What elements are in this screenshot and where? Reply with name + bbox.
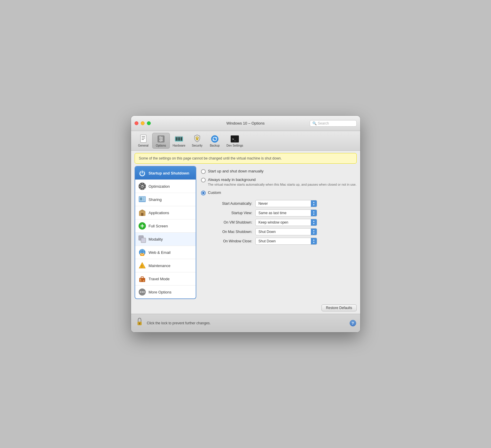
arrow-up-icon: ▲ [313, 201, 315, 204]
select-on-mac-shutdown[interactable]: Shut Down ▲ ▼ [255, 228, 317, 235]
select-on-vm-shutdown[interactable]: Keep window open ▲ ▼ [255, 219, 317, 226]
sidebar-label-applications: Applications [149, 211, 169, 215]
sidebar: Startup and Shutdown [135, 166, 196, 299]
window-title: Windows 10 – Options [226, 121, 264, 125]
minimize-button[interactable] [141, 121, 145, 125]
right-panel: Start up and shut down manually Always r… [201, 166, 357, 299]
search-input[interactable] [318, 121, 354, 125]
devsettings-label: Dev Settings [227, 144, 243, 147]
svg-rect-2 [142, 138, 145, 138]
sidebar-item-webemail[interactable]: Web & Email [135, 246, 196, 259]
svg-point-65 [140, 280, 141, 281]
sidebar-item-fullscreen[interactable]: Full Screen [135, 219, 196, 233]
svg-point-9 [161, 138, 162, 140]
label-on-vm-shutdown: On VM Shutdown: [207, 220, 252, 224]
fullscreen-icon [138, 222, 146, 230]
arrow-down-icon: ▼ [313, 213, 315, 216]
options-icon [156, 134, 166, 144]
sidebar-label-modality: Modality [149, 237, 163, 241]
svg-rect-3 [142, 139, 144, 140]
footer: Click the lock to prevent further change… [131, 314, 360, 332]
svg-text:>_: >_ [232, 137, 236, 141]
restore-defaults-button[interactable]: Restore Defaults [321, 304, 356, 311]
label-startup-view: Startup View: [207, 211, 252, 215]
arrow-up-icon: ▲ [313, 229, 315, 232]
radio-group: Start up and shut down manually Always r… [201, 169, 357, 195]
svg-text:!: ! [141, 264, 143, 269]
svg-rect-67 [140, 279, 141, 280]
maximize-button[interactable] [147, 121, 151, 125]
form-section: Start Automatically: Never ▲ ▼ Startup V… [201, 200, 357, 245]
search-box[interactable]: 🔍 [310, 120, 357, 127]
form-row-on-window-close: On Window Close: Shut Down ▲ ▼ [207, 238, 357, 245]
radio-option-always-ready[interactable]: Always ready in background The virtual m… [201, 177, 357, 187]
sidebar-item-maintenance[interactable]: ! Maintenance [135, 259, 196, 272]
sidebar-item-moreoptions[interactable]: More Options [135, 286, 196, 298]
form-row-on-vm-shutdown: On VM Shutdown: Keep window open ▲ ▼ [207, 219, 357, 226]
toolbar-item-security[interactable]: Security [188, 133, 206, 148]
toolbar-item-hardware[interactable]: Hardware [170, 133, 188, 148]
arrow-down-icon: ▼ [313, 223, 315, 225]
toolbar-item-backup[interactable]: Backup [206, 133, 224, 148]
sidebar-item-optimization[interactable]: Optimization [135, 180, 196, 193]
svg-point-71 [143, 291, 145, 293]
arrow-down-icon: ▼ [313, 232, 315, 234]
travelmode-icon [138, 275, 146, 283]
sidebar-item-travelmode[interactable]: Travel Mode [135, 272, 196, 286]
close-button[interactable] [135, 121, 138, 125]
svg-rect-14 [179, 137, 180, 141]
sidebar-item-applications[interactable]: Applications [135, 206, 196, 219]
toolbar-item-general[interactable]: General [135, 133, 152, 148]
moreoptions-icon [138, 288, 146, 296]
label-on-mac-shutdown: On Mac Shutdown: [207, 230, 252, 234]
radio-manual[interactable] [201, 169, 206, 174]
lock-icon[interactable] [135, 317, 144, 329]
form-row-startup-view: Startup View: Same as last time ▲ ▼ [207, 209, 357, 217]
svg-rect-1 [142, 136, 145, 137]
svg-rect-54 [141, 238, 146, 243]
select-startup-view[interactable]: Same as last time ▲ ▼ [255, 209, 317, 217]
sidebar-item-sharing[interactable]: Sharing [135, 193, 196, 206]
svg-rect-13 [177, 137, 179, 141]
select-on-window-close[interactable]: Shut Down ▲ ▼ [255, 238, 317, 245]
label-start-auto: Start Automatically: [207, 202, 252, 206]
sidebar-item-modality[interactable]: Modality [135, 233, 196, 246]
devsettings-icon: >_ [230, 134, 239, 144]
svg-rect-15 [181, 137, 182, 141]
toolbar-item-devsettings[interactable]: >_ Dev Settings [224, 133, 246, 148]
svg-rect-21 [182, 136, 182, 137]
svg-rect-18 [178, 136, 179, 137]
radio-always-ready-sublabel: The virtual machine starts automatically… [208, 182, 357, 187]
select-start-auto[interactable]: Never ▲ ▼ [255, 200, 317, 207]
select-on-vm-shutdown-arrows[interactable]: ▲ ▼ [311, 219, 317, 226]
traffic-lights [135, 121, 151, 125]
security-icon [192, 134, 202, 144]
search-icon: 🔍 [312, 121, 317, 125]
sidebar-label-startup: Startup and Shutdown [149, 171, 190, 175]
radio-option-custom[interactable]: Custom [201, 190, 357, 195]
radio-always-ready[interactable] [201, 178, 206, 182]
select-on-mac-shutdown-arrows[interactable]: ▲ ▼ [311, 229, 317, 235]
radio-manual-label: Start up and shut down manually [208, 169, 264, 173]
svg-rect-20 [180, 136, 181, 137]
select-start-auto-arrows[interactable]: ▲ ▼ [311, 200, 317, 207]
arrow-down-icon: ▼ [313, 204, 315, 206]
arrow-down-icon: ▼ [313, 241, 315, 244]
radio-custom[interactable] [201, 191, 206, 195]
hardware-icon [174, 134, 184, 144]
select-startup-view-arrows[interactable]: ▲ ▼ [311, 210, 317, 216]
radio-option-manual[interactable]: Start up and shut down manually [201, 169, 357, 174]
titlebar: Windows 10 – Options 🔍 [131, 116, 360, 131]
warning-text: Some of the settings on this page cannot… [139, 156, 282, 160]
toolbar-item-options[interactable]: Options [152, 133, 170, 149]
warning-banner: Some of the settings on this page cannot… [135, 153, 357, 164]
svg-point-73 [139, 323, 140, 324]
form-row-on-mac-shutdown: On Mac Shutdown: Shut Down ▲ ▼ [207, 228, 357, 235]
select-on-window-close-arrows[interactable]: ▲ ▼ [311, 238, 317, 244]
webemail-icon [138, 248, 146, 256]
help-button[interactable]: ? [350, 320, 356, 326]
sidebar-item-startup[interactable]: Startup and Shutdown [135, 167, 196, 180]
sidebar-label-optimization: Optimization [149, 184, 170, 189]
select-on-mac-shutdown-value: Shut Down [257, 230, 311, 234]
main-window: Windows 10 – Options 🔍 General [131, 116, 360, 332]
